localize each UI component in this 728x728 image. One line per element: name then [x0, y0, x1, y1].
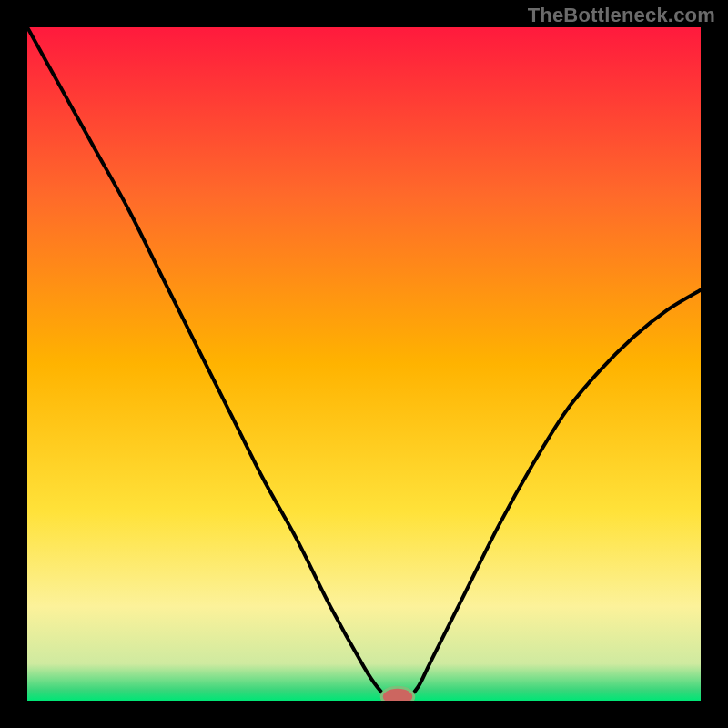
watermark-text: TheBottleneck.com	[528, 4, 715, 27]
gradient-background	[27, 27, 701, 701]
chart-frame: TheBottleneck.com	[0, 0, 728, 728]
plot-area	[27, 27, 701, 701]
bottleneck-chart	[27, 27, 701, 701]
optimal-marker	[381, 687, 414, 701]
